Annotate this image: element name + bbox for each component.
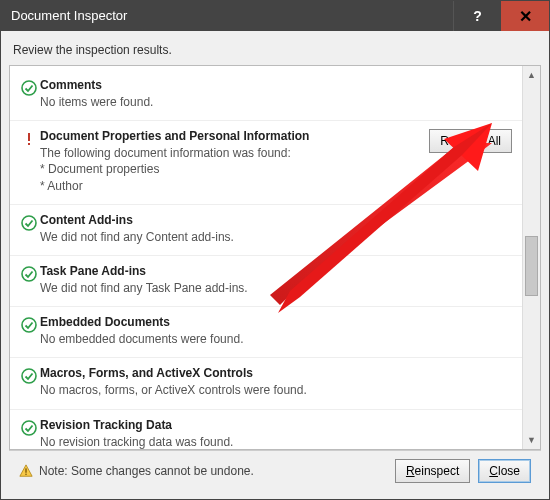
result-action: Remove All [421,129,512,153]
help-button[interactable]: ? [453,1,501,31]
svg-point-4 [22,267,36,281]
result-content: Task Pane Add-insWe did not find any Tas… [40,264,512,296]
footer-note-text: Note: Some changes cannot be undone. [39,464,254,478]
result-description: We did not find any Content add-ins. [40,229,512,245]
checkmark-icon [21,420,37,436]
status-icon [18,315,40,333]
scroll-up-arrow[interactable]: ▲ [523,66,540,84]
result-heading: Content Add-ins [40,213,512,227]
close-window-button[interactable]: ✕ [501,1,549,31]
result-content: Embedded DocumentsNo embedded documents … [40,315,512,347]
result-item: Macros, Forms, and ActiveX ControlsNo ma… [10,358,522,409]
checkmark-icon [21,266,37,282]
result-item: Task Pane Add-insWe did not find any Tas… [10,256,522,307]
dialog-title: Document Inspector [1,1,453,31]
result-item: Document Properties and Personal Informa… [10,121,522,205]
result-content: Revision Tracking DataNo revision tracki… [40,418,512,450]
checkmark-icon [21,317,37,333]
status-icon [18,418,40,436]
close-button[interactable]: Close [478,459,531,483]
scrollbar[interactable]: ▲ ▼ [522,66,540,449]
result-description: We did not find any Task Pane add-ins. [40,280,512,296]
result-heading: Comments [40,78,512,92]
checkmark-icon [21,215,37,231]
result-heading: Revision Tracking Data [40,418,512,432]
result-item: Revision Tracking DataNo revision tracki… [10,410,522,450]
result-content: Document Properties and Personal Informa… [40,129,421,194]
footer-note: Note: Some changes cannot be undone. [19,464,395,478]
reinspect-button[interactable]: Reinspect [395,459,470,483]
result-item: Content Add-insWe did not find any Conte… [10,205,522,256]
footer-buttons: Reinspect Close [395,459,531,483]
warning-icon [19,464,33,478]
instruction-text: Review the inspection results. [9,39,541,65]
svg-rect-9 [25,468,26,472]
dialog-footer: Note: Some changes cannot be undone. Rei… [9,450,541,491]
remove-all-button[interactable]: Remove All [429,129,512,153]
alert-icon [21,131,37,147]
results-list: CommentsNo items were found.Document Pro… [10,66,522,449]
result-heading: Embedded Documents [40,315,512,329]
result-content: Content Add-insWe did not find any Conte… [40,213,512,245]
result-content: CommentsNo items were found. [40,78,512,110]
svg-point-6 [22,369,36,383]
svg-point-0 [22,81,36,95]
titlebar: Document Inspector ? ✕ [1,1,549,31]
status-icon [18,264,40,282]
status-icon [18,213,40,231]
result-heading: Task Pane Add-ins [40,264,512,278]
svg-point-3 [22,216,36,230]
result-item: CommentsNo items were found. [10,70,522,121]
result-description: No embedded documents were found. [40,331,512,347]
result-heading: Macros, Forms, and ActiveX Controls [40,366,512,380]
checkmark-icon [21,80,37,96]
results-panel: CommentsNo items were found.Document Pro… [9,65,541,450]
svg-point-7 [22,421,36,435]
svg-rect-1 [28,133,30,141]
svg-rect-2 [28,143,30,145]
result-content: Macros, Forms, and ActiveX ControlsNo ma… [40,366,512,398]
result-heading: Document Properties and Personal Informa… [40,129,421,143]
checkmark-icon [21,368,37,384]
result-description: No revision tracking data was found. [40,434,512,450]
result-description: No macros, forms, or ActiveX controls we… [40,382,512,398]
status-icon [18,366,40,384]
result-description: No items were found. [40,94,512,110]
scroll-down-arrow[interactable]: ▼ [523,431,540,449]
document-inspector-dialog: Document Inspector ? ✕ Review the inspec… [0,0,550,500]
result-item: Embedded DocumentsNo embedded documents … [10,307,522,358]
svg-point-5 [22,318,36,332]
scroll-thumb[interactable] [525,236,538,296]
result-description: The following document information was f… [40,145,421,194]
svg-rect-10 [25,474,26,475]
status-icon [18,129,40,147]
status-icon [18,78,40,96]
dialog-body: Review the inspection results. CommentsN… [1,31,549,499]
